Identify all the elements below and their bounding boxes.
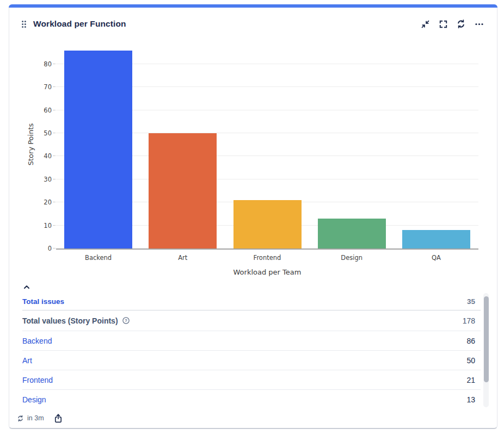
table-scrollbar[interactable]: [483, 293, 489, 407]
table-row-label[interactable]: Frontend: [22, 376, 53, 384]
gadget-footer: in 3m: [17, 411, 63, 425]
table-row-value: 13: [466, 395, 481, 404]
x-category-label: Frontend: [229, 254, 305, 262]
x-category-label: Art: [145, 254, 221, 262]
collapse-table-icon[interactable]: [23, 283, 32, 291]
drag-handle-icon[interactable]: [21, 20, 27, 28]
bar-chart: Story Points 01020304050607080 BackendAr…: [9, 35, 499, 281]
bar-art[interactable]: [149, 133, 217, 248]
x-axis-title: Workload per Team: [56, 268, 478, 276]
refresh-icon[interactable]: [456, 19, 466, 29]
svg-text:?: ?: [125, 318, 127, 323]
help-icon[interactable]: ?: [122, 316, 130, 325]
scrollbar-thumb[interactable]: [484, 296, 489, 382]
table-row: Design 13: [22, 390, 481, 407]
refresh-countdown-icon: [17, 415, 24, 422]
table-row-label[interactable]: Design: [22, 395, 46, 404]
more-options-icon[interactable]: [474, 19, 484, 29]
bar-qa[interactable]: [402, 230, 470, 248]
bar-design[interactable]: [318, 219, 386, 248]
refresh-countdown-text: in 3m: [27, 414, 44, 422]
x-axis-line: [56, 248, 478, 250]
gadget-title: Workload per Function: [33, 19, 126, 29]
table-row-value: 86: [466, 337, 481, 345]
table-row-value: 50: [466, 356, 481, 365]
x-category-label: Design: [314, 254, 390, 262]
share-icon[interactable]: [54, 413, 63, 424]
summary-table: Total issues 35 Total values (Story Poin…: [22, 293, 481, 407]
fullscreen-icon[interactable]: [438, 19, 448, 29]
table-row-value: 21: [466, 376, 481, 384]
collapse-icon[interactable]: [420, 19, 430, 29]
table-row-label[interactable]: Backend: [22, 337, 52, 345]
plot-area: [56, 40, 478, 248]
table-row-value: 178: [463, 316, 481, 325]
header-actions: [420, 19, 484, 29]
table-row: Backend 86: [22, 331, 481, 351]
gadget-card: Workload per Function: [9, 4, 497, 429]
x-category-label: Backend: [60, 254, 137, 262]
table-row: Frontend 21: [22, 370, 481, 390]
table-row-label[interactable]: Art: [22, 356, 32, 365]
x-category-label: QA: [398, 254, 474, 262]
gadget-header: Workload per Function: [9, 15, 497, 33]
table-row: Art 50: [22, 351, 481, 370]
table-row-value: 35: [467, 297, 481, 306]
bar-frontend[interactable]: [233, 200, 302, 248]
accent-bar: [9, 4, 497, 8]
bar-backend[interactable]: [64, 51, 132, 249]
table-row: Total issues 35: [22, 293, 481, 310]
table-row-label[interactable]: Total values (Story Points): [22, 316, 118, 325]
table-row: Total values (Story Points) ? 178: [22, 310, 481, 331]
table-row-label[interactable]: Total issues: [22, 297, 64, 306]
